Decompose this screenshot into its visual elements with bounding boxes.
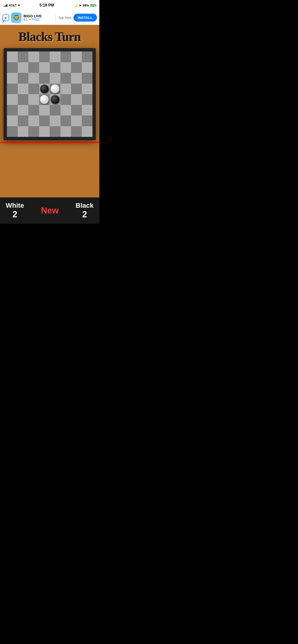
cell-4-3[interactable] <box>39 94 50 105</box>
cell-2-2[interactable] <box>28 73 39 84</box>
cell-4-4[interactable] <box>50 94 60 105</box>
wifi-icon: ▾ <box>18 3 20 7</box>
cell-3-6[interactable] <box>71 84 82 94</box>
black-label: Black <box>76 202 94 210</box>
carrier-label: AT&T <box>9 4 17 7</box>
cell-1-4[interactable] <box>50 62 60 73</box>
cell-7-6[interactable] <box>71 126 82 137</box>
status-bar: AT&T ▾ 5:18 PM 🌙 ➤ 98% <box>0 0 99 10</box>
moon-icon: 🌙 <box>74 4 78 7</box>
cell-7-7[interactable] <box>82 126 93 137</box>
cell-6-0[interactable] <box>7 116 18 126</box>
ad-banner[interactable]: ▶ 🦁 BIGO LIVE 4.1 ★ FREE App Store INSTA… <box>0 10 99 25</box>
white-label: White <box>6 202 24 210</box>
cell-6-5[interactable] <box>60 116 71 126</box>
install-button[interactable]: INSTALL <box>73 14 97 22</box>
cell-1-1[interactable] <box>18 62 29 73</box>
cell-5-5[interactable] <box>60 105 71 116</box>
cell-0-1[interactable] <box>18 52 29 62</box>
ad-app-icon: 🦁 <box>11 12 22 23</box>
cell-0-4[interactable] <box>50 52 60 62</box>
cell-4-7[interactable] <box>82 94 93 105</box>
cell-2-1[interactable] <box>18 73 29 84</box>
cell-5-4[interactable] <box>50 105 60 116</box>
cell-6-1[interactable] <box>18 116 29 126</box>
black-score: 2 <box>82 210 87 220</box>
cell-7-5[interactable] <box>60 126 71 137</box>
cell-5-7[interactable] <box>82 105 93 116</box>
score-bar: White 2 New Black 2 <box>0 198 99 224</box>
cell-3-4[interactable] <box>50 84 60 94</box>
white-score-section: White 2 <box>6 202 24 220</box>
turn-title: Blacks Turn <box>19 30 81 44</box>
cell-0-5[interactable] <box>60 52 71 62</box>
white-score: 2 <box>13 210 17 220</box>
cell-2-4[interactable] <box>50 73 60 84</box>
cell-2-0[interactable] <box>7 73 18 84</box>
cell-1-3[interactable] <box>39 62 50 73</box>
cell-2-7[interactable] <box>82 73 93 84</box>
cell-6-4[interactable] <box>50 116 60 126</box>
cell-4-0[interactable] <box>7 94 18 105</box>
cell-0-6[interactable] <box>71 52 82 62</box>
ad-divider <box>55 14 56 21</box>
cell-0-7[interactable] <box>82 52 93 62</box>
cell-3-5[interactable] <box>60 84 71 94</box>
piece-white-3-4[interactable] <box>51 84 59 93</box>
cell-2-3[interactable] <box>39 73 50 84</box>
cell-1-6[interactable] <box>71 62 82 73</box>
cell-0-3[interactable] <box>39 52 50 62</box>
cell-3-2[interactable] <box>28 84 39 94</box>
cell-2-5[interactable] <box>60 73 71 84</box>
cell-3-0[interactable] <box>7 84 18 94</box>
cell-7-1[interactable] <box>18 126 29 137</box>
game-area: Blacks Turn <box>0 25 99 198</box>
cell-3-7[interactable] <box>82 84 93 94</box>
ad-store-label: App Store <box>59 16 71 20</box>
cell-4-2[interactable] <box>28 94 39 105</box>
ad-app-name: BIGO LIVE <box>24 14 53 18</box>
cell-4-6[interactable] <box>71 94 82 105</box>
cell-5-6[interactable] <box>71 105 82 116</box>
cell-1-5[interactable] <box>60 62 71 73</box>
cell-1-2[interactable] <box>28 62 39 73</box>
cell-2-6[interactable] <box>71 73 82 84</box>
ad-rating-value: 4.1 <box>24 18 28 21</box>
game-board[interactable] <box>7 51 93 137</box>
cell-3-1[interactable] <box>18 84 29 94</box>
ad-info: BIGO LIVE 4.1 ★ FREE <box>24 14 53 21</box>
new-game-button[interactable]: New <box>41 206 59 216</box>
cell-1-0[interactable] <box>7 62 18 73</box>
cell-6-3[interactable] <box>39 116 50 126</box>
cell-7-0[interactable] <box>7 126 18 137</box>
red-divider <box>0 142 99 143</box>
ad-close-button[interactable]: X <box>3 20 5 23</box>
cell-6-7[interactable] <box>82 116 93 126</box>
piece-black-3-3[interactable] <box>40 84 49 93</box>
cell-4-1[interactable] <box>18 94 29 105</box>
cell-7-4[interactable] <box>50 126 60 137</box>
cell-4-5[interactable] <box>60 94 71 105</box>
clock: 5:18 PM <box>40 3 54 8</box>
play-icon: ▶ <box>5 16 7 20</box>
status-right: 🌙 ➤ 98% <box>74 4 95 7</box>
cell-6-6[interactable] <box>71 116 82 126</box>
battery-percent: 98% <box>83 4 89 7</box>
piece-black-4-4[interactable] <box>51 95 59 104</box>
piece-white-4-3[interactable] <box>40 95 49 104</box>
cell-0-2[interactable] <box>28 52 39 62</box>
cell-3-3[interactable] <box>39 84 50 94</box>
location-icon: ➤ <box>79 4 82 7</box>
cell-5-1[interactable] <box>18 105 29 116</box>
cell-5-0[interactable] <box>7 105 18 116</box>
cell-5-3[interactable] <box>39 105 50 116</box>
cell-1-7[interactable] <box>82 62 93 73</box>
cell-7-2[interactable] <box>28 126 39 137</box>
cell-0-0[interactable] <box>7 52 18 62</box>
black-score-section: Black 2 <box>76 202 94 220</box>
cell-7-3[interactable] <box>39 126 50 137</box>
star-icon: ★ <box>29 18 31 21</box>
cell-6-2[interactable] <box>28 116 39 126</box>
cell-5-2[interactable] <box>28 105 39 116</box>
ad-price: FREE <box>32 18 40 21</box>
